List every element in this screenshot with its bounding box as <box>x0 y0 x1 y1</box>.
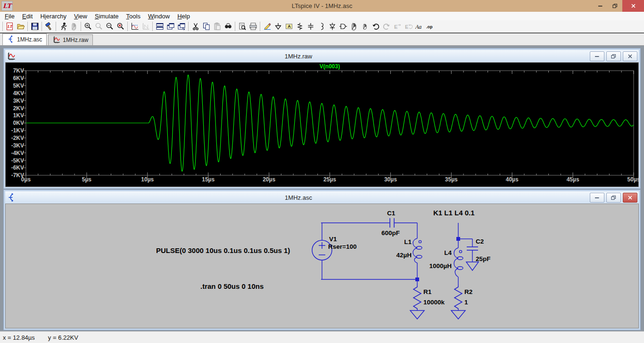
menu-view[interactable]: View <box>70 12 91 20</box>
schematic-window-controls <box>588 193 637 203</box>
menu-help[interactable]: Help <box>173 12 194 20</box>
restore-button[interactable] <box>608 0 622 12</box>
toolbar-redo-button <box>381 21 392 32</box>
toolbar-control-panel-button[interactable] <box>43 21 54 32</box>
toolbar-zoom-out-button[interactable] <box>104 21 115 32</box>
toolbar-pan-button <box>140 21 151 32</box>
restore-button[interactable] <box>606 51 621 61</box>
close-button[interactable] <box>622 0 644 12</box>
toolbar-place-diode-button[interactable] <box>327 21 338 32</box>
inductor-l1-symbol[interactable] <box>413 238 422 263</box>
svg-text:6KV: 6KV <box>13 75 24 82</box>
capacitor-c1-symbol[interactable] <box>390 218 394 228</box>
c1-value-label[interactable]: 600pF <box>381 229 400 237</box>
l4-ref-label[interactable]: L4 <box>444 249 452 256</box>
toolbar-halt-button <box>68 21 79 32</box>
toolbar-place-inductor-button[interactable] <box>316 21 327 32</box>
tran-directive-annotation[interactable]: .tran 0 50us 0 10ns <box>200 282 264 290</box>
menu-simulate[interactable]: Simulate <box>91 12 123 20</box>
waveform-plot-area: 7KV6KV5KV4KV3KV2KV1KV0KV-1KV-2KV-3KV-4KV… <box>5 62 639 187</box>
capacitor-c2-symbol[interactable] <box>467 247 478 250</box>
close-button[interactable] <box>623 51 637 61</box>
toolbar-draw-wire-button[interactable] <box>262 21 272 32</box>
l1-value-label[interactable]: 42µH <box>396 252 412 259</box>
tab-label: 1MHz.raw <box>63 37 88 43</box>
coupling-directive-annotation[interactable]: K1 L1 L4 0.1 <box>433 209 475 217</box>
svg-text:7KV: 7KV <box>13 67 24 74</box>
tab-1MHz.asc[interactable]: 1MHz.asc <box>2 33 47 45</box>
status-bar: x = 12.84µs y = 6.22KV <box>0 331 644 343</box>
menu-window[interactable]: Window <box>144 12 173 20</box>
toolbar-cascade-new-button[interactable] <box>176 21 187 32</box>
waveform-window-titlebar[interactable]: 1MHz.raw <box>5 50 639 62</box>
toolbar-cut-button[interactable] <box>190 21 201 32</box>
tab-1MHz.raw[interactable]: 1MHz.raw <box>48 34 93 45</box>
menu-tools[interactable]: Tools <box>123 12 144 20</box>
waveform-window-controls <box>588 51 637 61</box>
toolbar-zoom-in-button[interactable] <box>83 21 93 32</box>
toolbar-new-schematic-button[interactable]: LT <box>4 21 15 32</box>
svg-text:40µs: 40µs <box>506 176 519 183</box>
toolbar-cascade-button[interactable] <box>165 21 176 32</box>
r2-ref-label[interactable]: R2 <box>464 288 472 295</box>
pulse-source-annotation[interactable]: PULSE(0 3000 10us 0.1us 0.1us 0.5us 1) <box>156 246 290 254</box>
toolbar-run-button[interactable] <box>58 21 68 32</box>
v1-value-label[interactable]: Rser=100 <box>328 243 356 250</box>
minimize-button[interactable] <box>590 51 604 61</box>
c2-ref-label[interactable]: C2 <box>476 238 484 245</box>
inductor-l4-symbol[interactable] <box>454 248 463 277</box>
c2-value-label[interactable]: 25pF <box>476 255 491 262</box>
schematic-icon <box>7 193 16 202</box>
minimize-button[interactable] <box>590 193 604 203</box>
toolbar-zoom-extents-button[interactable] <box>115 21 126 32</box>
toolbar-place-label-button[interactable]: A <box>283 21 294 32</box>
toolbar-copy-button[interactable] <box>201 21 212 32</box>
svg-text:LT: LT <box>7 24 13 29</box>
trace-legend-label[interactable]: V(n003) <box>320 63 340 70</box>
waveform-plot[interactable]: 7KV6KV5KV4KV3KV2KV1KV0KV-1KV-2KV-3KV-4KV… <box>6 63 639 187</box>
schematic-window-titlebar[interactable]: 1MHz.asc <box>5 191 639 204</box>
c1-ref-label[interactable]: C1 <box>387 210 396 217</box>
menu-file[interactable]: File <box>1 12 18 20</box>
toolbar-spice-directive-button[interactable]: .op <box>424 21 435 32</box>
svg-text:-2KV: -2KV <box>11 135 24 141</box>
schematic-canvas[interactable]: PULSE(0 3000 10us 0.1us 0.1us 0.5us 1) .… <box>6 204 639 328</box>
toolbar-place-resistor-button[interactable] <box>294 21 305 32</box>
r2-value-label[interactable]: 1 <box>464 299 468 306</box>
toolbar-undo-button[interactable] <box>370 21 381 32</box>
resistor-r2-symbol[interactable] <box>454 285 462 310</box>
r1-value-label[interactable]: 10000k <box>423 299 445 306</box>
toolbar-find-button[interactable] <box>223 21 233 32</box>
y-axis-ticks: 7KV6KV5KV4KV3KV2KV1KV0KV-1KV-2KV-3KV-4KV… <box>11 67 26 179</box>
menu-edit[interactable]: Edit <box>18 12 36 20</box>
toolbar-autorange-y-button[interactable] <box>129 21 140 32</box>
l4-value-label[interactable]: 1000µH <box>429 262 452 270</box>
toolbar-place-text-button[interactable]: Aa <box>413 21 424 32</box>
minimize-button[interactable] <box>593 0 608 12</box>
l1-ref-label[interactable]: L1 <box>404 238 412 245</box>
toolbar-place-capacitor-button[interactable] <box>305 21 316 32</box>
toolbar-print-preview-button[interactable] <box>237 21 248 32</box>
toolbar-separator <box>81 22 81 31</box>
toolbar-separator <box>27 22 28 31</box>
toolbar-place-component-button[interactable] <box>338 21 348 32</box>
window-title: LTspice IV - 1MHz.asc <box>0 2 644 9</box>
toolbar-paste-button <box>212 21 223 32</box>
toolbar-drag-button[interactable] <box>359 21 370 32</box>
toolbar-print-button[interactable] <box>248 21 258 32</box>
v1-ref-label[interactable]: V1 <box>329 236 337 243</box>
close-button[interactable] <box>623 193 637 203</box>
svg-text:0KV: 0KV <box>13 120 24 126</box>
schematic-canvas-area: PULSE(0 3000 10us 0.1us 0.1us 0.5us 1) .… <box>5 204 639 328</box>
toolbar-move-button[interactable] <box>348 21 359 32</box>
resistor-r1-symbol[interactable] <box>413 285 421 310</box>
toolbar-save-button[interactable] <box>29 21 40 32</box>
restore-button[interactable] <box>606 193 621 203</box>
toolbar-open-button[interactable] <box>15 21 26 32</box>
r1-ref-label[interactable]: R1 <box>423 288 432 295</box>
menu-hierarchy[interactable]: Hierarchy <box>36 12 70 20</box>
toolbar-tile-horizontal-button[interactable] <box>154 21 165 32</box>
svg-text:5KV: 5KV <box>13 82 24 89</box>
toolbar-place-ground-button[interactable] <box>272 21 283 32</box>
svg-text:2KV: 2KV <box>13 105 24 112</box>
